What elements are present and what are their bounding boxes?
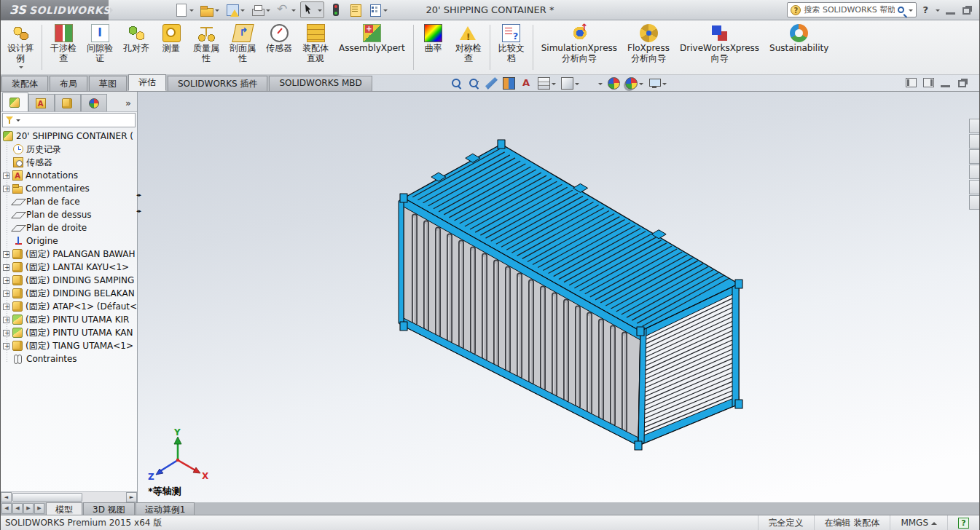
help-dropdown-icon[interactable] xyxy=(936,9,940,14)
sheet-tab-3D 视图[interactable]: 3D 视图 xyxy=(83,502,135,515)
expand-icon[interactable] xyxy=(3,173,9,179)
curvature-button[interactable]: 曲率 xyxy=(417,22,450,73)
search-box[interactable]: ? 搜索 SOLIDWORKS 帮助 xyxy=(787,2,917,17)
task-pane-tab[interactable] xyxy=(969,149,979,164)
view-settings-dropdown-icon[interactable] xyxy=(662,83,667,87)
display-style-dropdown-icon[interactable] xyxy=(575,83,579,87)
edit-appearance-button[interactable] xyxy=(608,77,620,90)
last-tab-icon[interactable]: ▶ xyxy=(34,503,44,514)
tree-item[interactable]: (固定) DINDING SAMPING xyxy=(1,274,137,287)
save-dropdown-icon[interactable] xyxy=(240,9,245,14)
tab-装配体[interactable]: 装配体 xyxy=(1,76,48,91)
assembly-visual-button[interactable]: 装配体直观 xyxy=(297,22,334,73)
annotation-view-button[interactable] xyxy=(520,77,533,90)
task-pane-tab[interactable] xyxy=(969,165,979,179)
tree-item[interactable]: Plan de dessus xyxy=(1,208,137,221)
units-selector[interactable]: MMGS xyxy=(890,515,947,530)
save-button[interactable] xyxy=(224,2,246,17)
doc-restore-button[interactable] xyxy=(958,80,966,87)
tree-item[interactable]: Commentaires xyxy=(1,182,137,195)
task-pane-tab[interactable] xyxy=(969,180,979,194)
prev-tab-icon[interactable]: ◀ xyxy=(12,503,23,514)
scroll-right-icon[interactable]: ► xyxy=(126,492,137,502)
view-settings-button[interactable] xyxy=(648,77,667,90)
clearance-button[interactable]: 间隙验证 xyxy=(82,22,118,73)
select-dropdown-icon[interactable] xyxy=(318,9,322,14)
tree-filter[interactable] xyxy=(2,113,136,127)
tree-item[interactable]: 历史记录 xyxy=(1,143,137,156)
tree-item[interactable]: (固定) PINTU UTAMA KIR xyxy=(1,313,137,326)
panel-splitter-handle[interactable]: ◂▸◂▸ xyxy=(136,182,141,224)
section-props-button[interactable]: 剖面属性 xyxy=(224,22,261,73)
apply-scene-dropdown-icon[interactable] xyxy=(639,83,643,87)
logo-expand-arrow-icon[interactable] xyxy=(110,7,116,13)
view-orientation-dropdown-icon[interactable] xyxy=(552,83,556,87)
assemblyxpert-button[interactable]: AssemblyXpert xyxy=(334,22,410,73)
sheet-tab-运动算例1[interactable]: 运动算例1 xyxy=(136,502,195,515)
next-tab-icon[interactable]: ▶ xyxy=(23,503,34,514)
scroll-left-icon[interactable]: ◄ xyxy=(1,492,12,502)
print-dropdown-icon[interactable] xyxy=(266,9,270,14)
task-pane-tab[interactable] xyxy=(969,119,979,133)
selection-filter-button[interactable] xyxy=(327,2,344,17)
tree-item[interactable]: Origine xyxy=(1,234,137,248)
property-manager-tab[interactable] xyxy=(28,94,55,111)
task-pane-tab[interactable] xyxy=(969,195,979,210)
graphics-area[interactable]: YXZ *等轴测 xyxy=(138,92,979,502)
tab-SOLIDWORKS 插件[interactable]: SOLIDWORKS 插件 xyxy=(168,76,267,91)
new-document-button[interactable] xyxy=(173,2,195,17)
panel-more-tabs-button[interactable]: » xyxy=(121,98,136,111)
zoom-area-button[interactable] xyxy=(468,77,480,90)
expand-icon[interactable] xyxy=(3,277,9,284)
tree-item[interactable]: (固定) LANTAI KAYU<1> xyxy=(1,261,137,274)
sensor-button[interactable]: 传感器 xyxy=(261,22,297,73)
undo-dropdown-icon[interactable] xyxy=(291,9,296,14)
tab-草图[interactable]: 草图 xyxy=(89,76,127,91)
expand-icon[interactable] xyxy=(3,343,9,349)
scroll-thumb[interactable] xyxy=(12,493,82,502)
tab-SOLIDWORKS MBD[interactable]: SOLIDWORKS MBD xyxy=(269,76,372,91)
doc-minimize-button[interactable] xyxy=(941,79,950,87)
options-button[interactable] xyxy=(366,2,389,17)
apply-scene-button[interactable] xyxy=(625,77,643,90)
tree-item[interactable]: (固定) ATAP<1> (Défaut< xyxy=(1,300,137,313)
tree-item[interactable]: Contraintes xyxy=(1,352,137,365)
tree-item[interactable]: 20' SHIPPING CONTAINER ( xyxy=(1,130,137,143)
sustainability-button[interactable]: Sustainability xyxy=(764,22,834,73)
configuration-manager-tab[interactable] xyxy=(55,94,81,111)
hide-show-items-button[interactable] xyxy=(584,77,603,90)
feature-manager-tab[interactable] xyxy=(2,92,28,111)
hide-show-items-dropdown-icon[interactable] xyxy=(598,83,603,87)
simulationxpress-button[interactable]: SimulationXpress分析向导 xyxy=(536,22,622,73)
floxpress-button[interactable]: FloXpress分析向导 xyxy=(622,22,675,73)
display-style-button[interactable] xyxy=(561,77,579,90)
view-orientation-button[interactable] xyxy=(538,77,556,90)
compare-docs-button[interactable]: 比较文档 xyxy=(493,22,530,73)
tab-布局[interactable]: 布局 xyxy=(50,76,87,91)
display-manager-tab[interactable] xyxy=(81,94,107,111)
design-study-dropdown-icon[interactable] xyxy=(19,66,23,71)
minimize-button[interactable] xyxy=(946,6,955,15)
hole-align-button[interactable]: 孔对齐 xyxy=(118,22,154,73)
expand-icon[interactable] xyxy=(3,304,9,310)
tree-item[interactable]: 传感器 xyxy=(1,156,137,169)
expand-icon[interactable] xyxy=(3,264,9,271)
tree-item[interactable]: (固定) DINDING BELAKAN xyxy=(1,287,137,300)
collapse-left-pane-icon[interactable] xyxy=(906,78,917,87)
shipping-container-model[interactable]: YXZ xyxy=(138,92,980,502)
expand-icon[interactable] xyxy=(3,186,9,192)
filter-dropdown-icon[interactable] xyxy=(16,119,20,124)
select-button[interactable] xyxy=(300,1,324,18)
open-dropdown-icon[interactable] xyxy=(215,9,219,14)
tree-item[interactable]: Annotations xyxy=(1,169,137,182)
options-dropdown-icon[interactable] xyxy=(383,9,388,14)
properties-button[interactable] xyxy=(347,2,364,17)
search-input[interactable]: 搜索 SOLIDWORKS 帮助 xyxy=(804,4,895,15)
previous-view-button[interactable] xyxy=(485,77,498,90)
interference-button[interactable]: 干涉检查 xyxy=(45,22,82,73)
tab-评估[interactable]: 评估 xyxy=(128,74,166,91)
tree-item[interactable]: Plan de face xyxy=(1,195,137,208)
section-view-button[interactable] xyxy=(503,77,515,90)
tree-item[interactable]: (固定) TIANG UTAMA<1> xyxy=(1,339,137,352)
restore-button[interactable] xyxy=(963,7,971,15)
